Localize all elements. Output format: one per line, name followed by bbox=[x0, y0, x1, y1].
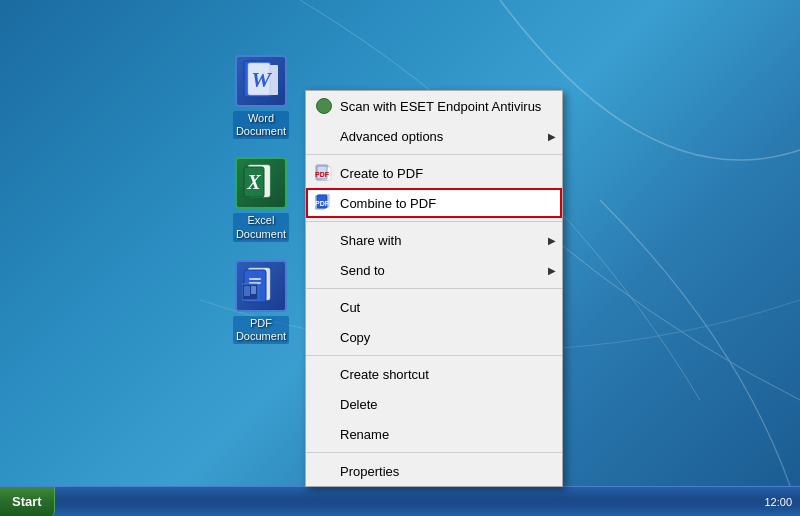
excel-icon-image: X bbox=[235, 157, 287, 209]
pdf-icon-image bbox=[235, 260, 287, 312]
svg-rect-9 bbox=[249, 278, 261, 280]
menu-label-create-shortcut: Create shortcut bbox=[340, 367, 429, 382]
combine-pdf-icon: PDF bbox=[314, 193, 334, 213]
pdf-icon-svg bbox=[242, 264, 280, 308]
menu-label-cut: Cut bbox=[340, 300, 360, 315]
menu-label-copy: Copy bbox=[340, 330, 370, 345]
delete-icon bbox=[314, 394, 334, 414]
separator-5 bbox=[306, 452, 562, 453]
menu-item-delete[interactable]: Delete bbox=[306, 389, 562, 419]
menu-item-create-shortcut[interactable]: Create shortcut bbox=[306, 359, 562, 389]
menu-item-cut[interactable]: Cut bbox=[306, 292, 562, 322]
start-label: Start bbox=[12, 494, 42, 509]
menu-item-rename[interactable]: Rename bbox=[306, 419, 562, 449]
cut-icon bbox=[314, 297, 334, 317]
eset-icon bbox=[314, 96, 334, 116]
menu-label-rename: Rename bbox=[340, 427, 389, 442]
word-icon-image: W bbox=[235, 55, 287, 107]
word-icon-label: WordDocument bbox=[233, 111, 289, 139]
svg-rect-14 bbox=[251, 286, 256, 294]
menu-item-share-with[interactable]: Share with ▶ bbox=[306, 225, 562, 255]
desktop-icons: W WordDocument X ExcelDocument bbox=[225, 55, 297, 344]
properties-icon bbox=[314, 461, 334, 481]
separator-3 bbox=[306, 288, 562, 289]
menu-label-scan-eset: Scan with ESET Endpoint Antivirus bbox=[340, 99, 541, 114]
menu-label-create-pdf: Create to PDF bbox=[340, 166, 423, 181]
menu-item-combine-pdf[interactable]: PDF Combine to PDF bbox=[306, 188, 562, 218]
svg-text:X: X bbox=[246, 171, 261, 193]
menu-label-advanced-options: Advanced options bbox=[340, 129, 443, 144]
send-to-icon bbox=[314, 260, 334, 280]
menu-item-scan-eset[interactable]: Scan with ESET Endpoint Antivirus bbox=[306, 91, 562, 121]
advanced-options-arrow: ▶ bbox=[548, 131, 556, 142]
svg-text:PDF: PDF bbox=[315, 171, 330, 178]
create-pdf-icon: PDF bbox=[314, 163, 334, 183]
word-icon-svg: W bbox=[242, 59, 280, 103]
pdf-icon-label: PDFDocument bbox=[233, 316, 289, 344]
menu-item-create-pdf[interactable]: PDF Create to PDF bbox=[306, 158, 562, 188]
pdf-document-icon[interactable]: PDFDocument bbox=[225, 260, 297, 344]
menu-item-advanced-options[interactable]: Advanced options ▶ bbox=[306, 121, 562, 151]
menu-label-properties: Properties bbox=[340, 464, 399, 479]
menu-item-copy[interactable]: Copy bbox=[306, 322, 562, 352]
taskbar-clock: 12:00 bbox=[764, 487, 800, 516]
word-document-icon[interactable]: W WordDocument bbox=[225, 55, 297, 139]
taskbar: Start 12:00 bbox=[0, 486, 800, 516]
menu-label-delete: Delete bbox=[340, 397, 378, 412]
context-menu: Scan with ESET Endpoint Antivirus Advanc… bbox=[305, 90, 563, 487]
share-with-arrow: ▶ bbox=[548, 235, 556, 246]
send-to-arrow: ▶ bbox=[548, 265, 556, 276]
svg-rect-13 bbox=[244, 286, 250, 296]
menu-item-send-to[interactable]: Send to ▶ bbox=[306, 255, 562, 285]
create-shortcut-icon bbox=[314, 364, 334, 384]
excel-document-icon[interactable]: X ExcelDocument bbox=[225, 157, 297, 241]
advanced-options-icon bbox=[314, 126, 334, 146]
separator-4 bbox=[306, 355, 562, 356]
clock-time: 12:00 bbox=[764, 496, 792, 508]
separator-1 bbox=[306, 154, 562, 155]
excel-icon-label: ExcelDocument bbox=[233, 213, 289, 241]
excel-icon-svg: X bbox=[242, 161, 280, 205]
start-button[interactable]: Start bbox=[0, 487, 55, 517]
menu-item-properties[interactable]: Properties bbox=[306, 456, 562, 486]
copy-icon bbox=[314, 327, 334, 347]
menu-label-combine-pdf: Combine to PDF bbox=[340, 196, 436, 211]
separator-2 bbox=[306, 221, 562, 222]
rename-icon bbox=[314, 424, 334, 444]
menu-label-send-to: Send to bbox=[340, 263, 385, 278]
svg-text:PDF: PDF bbox=[315, 200, 330, 207]
svg-text:W: W bbox=[251, 67, 272, 92]
menu-label-share-with: Share with bbox=[340, 233, 401, 248]
share-with-icon bbox=[314, 230, 334, 250]
